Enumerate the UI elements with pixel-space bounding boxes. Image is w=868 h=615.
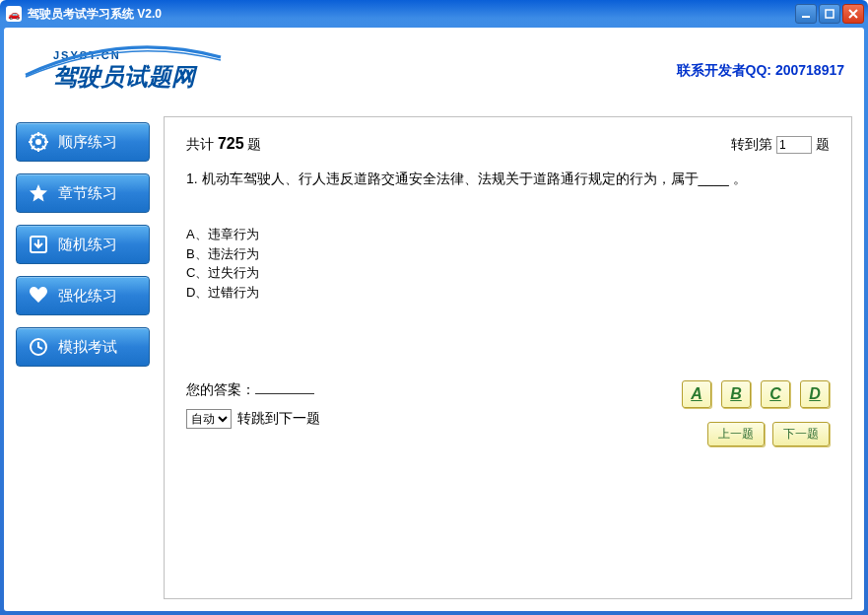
window-title: 驾驶员考试学习系统 V2.0: [28, 6, 795, 23]
sidebar-item-random[interactable]: 随机练习: [16, 225, 150, 264]
sidebar-item-sequential[interactable]: 顺序练习: [16, 122, 150, 162]
svg-rect-1: [826, 10, 834, 18]
sidebar-item-label: 强化练习: [58, 287, 117, 306]
auto-jump-label: 转跳到下一题: [237, 410, 320, 428]
your-answer-label: 您的答案：: [186, 380, 320, 399]
sidebar-item-enhance[interactable]: 强化练习: [16, 276, 150, 315]
sidebar-item-label: 模拟考试: [58, 338, 117, 357]
answer-button-c[interactable]: C: [761, 380, 790, 408]
svg-rect-0: [802, 16, 810, 18]
star-icon: [29, 183, 48, 203]
app-icon: 🚗: [6, 6, 22, 22]
auto-jump-select[interactable]: 自动: [186, 409, 232, 429]
gear-icon: [29, 132, 48, 152]
question-text: 1. 机动车驾驶人、行人违反道路交通安全法律、法规关于道路通行规定的行为，属于_…: [186, 168, 830, 189]
download-icon: [29, 235, 48, 254]
minimize-button[interactable]: [795, 4, 817, 24]
maximize-icon: [825, 9, 835, 19]
maximize-button[interactable]: [819, 4, 840, 24]
clock-icon: [29, 337, 48, 357]
answer-button-d[interactable]: D: [800, 380, 830, 408]
close-button[interactable]: [842, 4, 864, 24]
sidebar-item-chapter[interactable]: 章节练习: [16, 173, 150, 213]
answer-button-b[interactable]: B: [721, 380, 751, 408]
total-count: 共计 725 题: [186, 135, 261, 154]
logo: JSYST.CN 驾驶员试题网: [24, 41, 231, 101]
option-c: C、过失行为: [186, 263, 830, 283]
titlebar[interactable]: 🚗 驾驶员考试学习系统 V2.0: [0, 0, 868, 28]
svg-point-3: [35, 139, 41, 145]
option-b: B、违法行为: [186, 244, 830, 264]
minimize-icon: [801, 9, 811, 19]
app-window: 🚗 驾驶员考试学习系统 V2.0 JSYST.CN: [0, 0, 868, 615]
prev-button[interactable]: 上一题: [707, 422, 765, 446]
contact-info: 联系开发者QQ: 200718917: [677, 62, 844, 80]
sidebar-item-mock[interactable]: 模拟考试: [16, 327, 150, 367]
close-icon: [848, 9, 858, 19]
goto-input[interactable]: [776, 136, 812, 154]
option-d: D、过错行为: [186, 283, 830, 303]
client-area: JSYST.CN 驾驶员试题网 联系开发者QQ: 200718917 顺序练习: [4, 28, 864, 611]
goto-question: 转到第 题: [731, 136, 830, 154]
answer-blank: [255, 380, 314, 394]
logo-arc-icon: [24, 45, 226, 85]
sidebar: 顺序练习 章节练习 随机练习: [16, 116, 150, 599]
next-button[interactable]: 下一题: [772, 422, 830, 446]
goto-suffix: 题: [816, 136, 830, 154]
header: JSYST.CN 驾驶员试题网 联系开发者QQ: 200718917: [4, 28, 864, 106]
sidebar-item-label: 章节练习: [58, 184, 117, 203]
heart-icon: [29, 286, 48, 306]
content-panel: 共计 725 题 转到第 题 1. 机动车驾驶人、行人违反道路交通安全法律、法规…: [164, 116, 852, 599]
answer-button-a[interactable]: A: [682, 380, 711, 408]
goto-prefix: 转到第: [731, 136, 772, 154]
option-a: A、违章行为: [186, 225, 830, 244]
sidebar-item-label: 随机练习: [58, 236, 117, 254]
options-list: A、违章行为 B、违法行为 C、过失行为 D、过错行为: [186, 225, 830, 302]
sidebar-item-label: 顺序练习: [58, 133, 117, 152]
